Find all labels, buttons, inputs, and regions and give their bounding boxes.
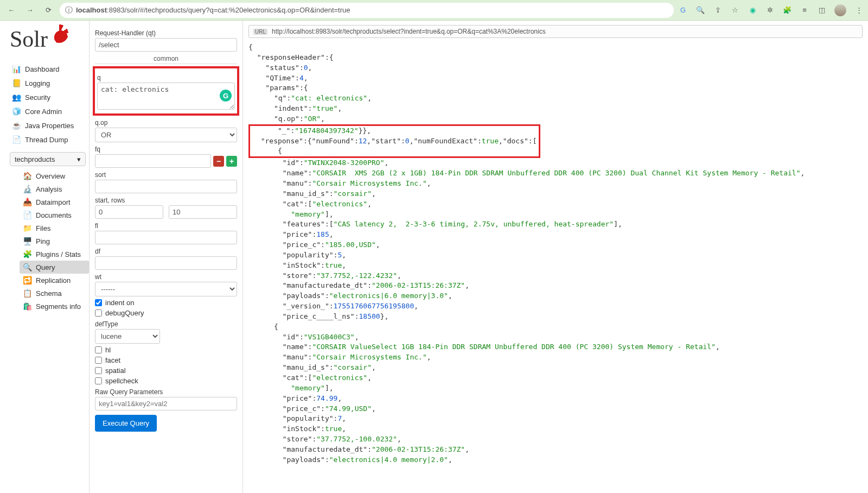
forward-button[interactable]: → — [23, 3, 37, 17]
spellcheck-checkbox[interactable] — [95, 377, 102, 384]
subnav-item[interactable]: 🛍️Segments info — [20, 300, 89, 313]
wt-label: wt — [95, 273, 237, 281]
facet-checkbox[interactable] — [95, 357, 102, 364]
nav-icon: 🔁 — [23, 276, 31, 285]
subnav-item[interactable]: 🖥️Ping — [20, 235, 89, 248]
nav-icon: 🏠 — [23, 172, 31, 180]
fl-label: fl — [95, 222, 237, 230]
address-bar[interactable]: ⓘ localhost:8983/solr/#/techproducts/que… — [60, 3, 674, 18]
browser-toolbar: ← → ⟳ ⓘ localhost:8983/solr/#/techproduc… — [0, 0, 868, 21]
nav-item[interactable]: 📊Dashboard — [10, 62, 89, 76]
nav-item[interactable]: ☕Java Properties — [10, 118, 89, 132]
subnav-item[interactable]: 📋Schema — [20, 287, 89, 300]
bookmark-icon[interactable]: ☆ — [730, 5, 740, 15]
wt-select[interactable]: ------ — [95, 282, 237, 296]
grammarly-ext-icon[interactable]: ◉ — [748, 5, 757, 15]
start-rows-label: start, rows — [95, 197, 237, 204]
request-url-text: http://localhost:8983/solr/techproducts/… — [272, 28, 546, 35]
solr-logo: Solr — [10, 26, 89, 52]
df-input[interactable] — [95, 256, 237, 270]
subnav-item[interactable]: 🔍Query — [20, 261, 89, 274]
subnav-item[interactable]: 🧩Plugins / Stats — [20, 248, 89, 261]
menu-icon[interactable]: ⋮ — [854, 5, 864, 15]
subnav-item[interactable]: 📄Documents — [20, 208, 89, 222]
playlist-icon[interactable]: ≡ — [800, 5, 809, 15]
raw-params-label: Raw Query Parameters — [95, 388, 237, 396]
nav-icon: 📁 — [23, 224, 31, 232]
spatial-checkbox[interactable] — [95, 367, 102, 374]
logo-text: Solr — [10, 26, 48, 52]
rows-input[interactable] — [169, 205, 237, 219]
search-icon[interactable]: 🔍 — [695, 5, 705, 15]
execute-query-button[interactable]: Execute Query — [95, 415, 157, 432]
spatial-label: spatial — [105, 366, 126, 375]
nav-item[interactable]: 👥Security — [10, 90, 89, 104]
deftype-select[interactable]: lucene — [95, 329, 160, 344]
nav-item[interactable]: 📒Logging — [10, 76, 89, 90]
nav-icon: 🧩 — [23, 250, 31, 258]
nav-icon: 🧊 — [12, 107, 21, 116]
subnav-item[interactable]: 📥Dataimport — [20, 195, 89, 208]
site-info-icon[interactable]: ⓘ — [65, 5, 73, 15]
nav-label: Plugins / Stats — [36, 250, 81, 258]
fq-input[interactable] — [95, 154, 211, 168]
nav-icon: 📊 — [12, 65, 21, 73]
raw-params-input[interactable] — [95, 397, 237, 410]
nav-icon: 👥 — [12, 93, 21, 102]
nav-icon: ☕ — [12, 121, 21, 130]
left-navigation: Solr 📊Dashboard📒Logging👥Security🧊Core Ad… — [0, 21, 89, 493]
fq-label: fq — [95, 146, 237, 153]
nav-item[interactable]: 📄Thread Dump — [10, 132, 89, 147]
nav-label: Analysis — [36, 185, 62, 193]
json-response: { "responseHeader":{ "status":0, "QTime"… — [248, 42, 863, 465]
sidepanel-icon[interactable]: ◫ — [817, 5, 827, 15]
deftype-label: defType — [95, 320, 237, 328]
nav-label: Query — [36, 263, 55, 271]
spellcheck-label: spellcheck — [105, 377, 138, 385]
core-selector[interactable]: techproducts ▾ — [10, 152, 86, 166]
nav-label: Documents — [36, 211, 72, 219]
nav-label: Schema — [36, 289, 62, 298]
nav-icon: 🔬 — [23, 185, 31, 193]
google-icon[interactable]: G — [678, 5, 688, 15]
subnav-item[interactable]: 🔁Replication — [20, 274, 89, 287]
nav-icon: 🔍 — [23, 263, 31, 271]
gear-icon[interactable]: ✲ — [765, 5, 775, 15]
nav-label: Dashboard — [25, 65, 60, 73]
grammarly-icon[interactable]: G — [220, 90, 232, 102]
request-handler-input[interactable] — [95, 38, 237, 52]
profile-avatar[interactable] — [834, 4, 846, 16]
nav-label: Files — [36, 224, 50, 232]
extensions-icon[interactable]: 🧩 — [782, 5, 792, 15]
fl-input[interactable] — [95, 231, 237, 244]
query-form: Request-Handler (qt) common q G q.op OR … — [89, 21, 243, 493]
q-input[interactable] — [97, 83, 235, 110]
debugquery-checkbox[interactable] — [95, 309, 102, 317]
nav-icon: 📄 — [23, 211, 31, 219]
nav-label: Logging — [25, 79, 50, 87]
start-input[interactable] — [95, 205, 163, 219]
nav-icon: 📋 — [23, 289, 31, 298]
common-section-header: common — [95, 55, 237, 64]
url-host: localhost — [76, 6, 107, 14]
url-badge-icon: URL — [253, 29, 267, 35]
nav-label: Segments info — [36, 302, 81, 311]
qop-select[interactable]: OR — [95, 128, 237, 142]
hl-checkbox[interactable] — [95, 346, 102, 353]
indent-checkbox[interactable] — [95, 299, 102, 306]
fq-remove-button[interactable]: − — [213, 156, 224, 167]
reload-button[interactable]: ⟳ — [41, 3, 55, 17]
sort-input[interactable] — [95, 180, 237, 193]
q-highlight-box: q G — [93, 66, 239, 116]
fq-add-button[interactable]: + — [226, 156, 237, 167]
subnav-item[interactable]: 🏠Overview — [20, 169, 89, 182]
request-url-bar[interactable]: URL http://localhost:8983/solr/techprodu… — [248, 25, 863, 38]
subnav-item[interactable]: 🔬Analysis — [20, 182, 89, 195]
back-button[interactable]: ← — [4, 3, 18, 17]
nav-label: Ping — [36, 237, 50, 245]
nav-item[interactable]: 🧊Core Admin — [10, 104, 89, 118]
share-icon[interactable]: ⇪ — [713, 5, 723, 15]
subnav-item[interactable]: 📁Files — [20, 222, 89, 235]
qop-label: q.op — [95, 119, 237, 127]
nav-label: Security — [25, 93, 50, 102]
